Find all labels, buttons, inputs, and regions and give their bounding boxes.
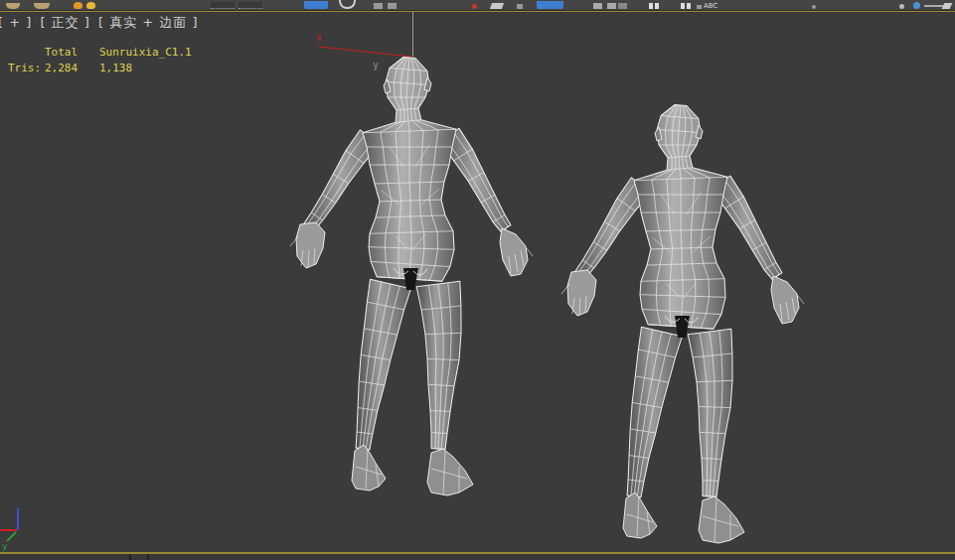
stats-tris-object-value: 1,138 [99,61,192,76]
wireframe-model-right[interactable] [561,105,804,544]
viewport-canvas[interactable]: x y y [0,0,955,560]
world-axis-tripod: y [0,508,18,551]
align-left-icon-2[interactable] [655,3,659,9]
dropdown-arrow-icon[interactable] [697,5,702,9]
toolbar-dot-icon[interactable] [812,5,816,9]
stats-tris-total-value: 2,284 [45,61,99,76]
render-setup-icon[interactable] [899,4,904,9]
main-toolbar: ABC [0,0,955,11]
viewport-maximize-menu[interactable]: [ + ] [0,15,32,30]
mirror-icon[interactable] [593,3,602,9]
statistics-overlay: Total Sunruixia_C1.1 Tris: 2,284 1,138 [8,45,192,76]
edit-named-selection-button[interactable] [537,1,563,9]
track-bar-tick [129,554,131,560]
layer-manager-icon[interactable] [618,3,627,9]
render-frame-icon[interactable] [913,2,920,9]
unlink-icon[interactable] [86,2,95,9]
render-slider[interactable] [924,5,944,7]
abc-text-tool-icon[interactable]: ABC [704,2,717,10]
render-pen-icon[interactable] [942,3,953,9]
window-crossing-icon[interactable] [374,3,383,9]
align-left-icon[interactable] [649,3,653,9]
named-selection-dropdown[interactable] [239,2,262,9]
track-bar-edge[interactable] [0,554,955,560]
percent-snap-icon[interactable] [517,4,523,9]
angle-snap-icon[interactable] [490,3,504,9]
viewport-window: ABC [ + ] [ 正交 ] [ 真实 + 边面 ] Total Sunru… [0,0,955,560]
crossing-icon[interactable] [388,3,397,9]
stats-row-tris-label: Tris: [8,61,45,76]
gizmo-y-axis-label: y [373,60,379,70]
selection-filter-dropdown[interactable] [211,2,235,9]
gizmo-x-axis-label: x [316,32,322,43]
link-icon[interactable] [74,2,82,9]
align-icon[interactable] [607,3,616,9]
align-center-icon-2[interactable] [687,3,691,9]
viewport-label: [ + ] [ 正交 ] [ 真实 + 边面 ] [0,14,202,32]
select-object-button[interactable] [304,1,328,9]
track-bar-tick [147,554,149,560]
snap-toggle-icon[interactable] [472,4,477,9]
select-by-region-icon[interactable] [339,0,356,9]
stats-col-total: Total [45,45,99,61]
align-center-icon[interactable] [681,3,685,9]
wireframe-model-left[interactable] [290,58,533,496]
stats-col-object: Sunruixia_C1.1 [99,45,192,61]
undo-icon[interactable] [6,3,20,9]
world-axis-y-label: y [2,541,8,551]
viewport-view-menu[interactable]: [ 正交 ] [40,14,89,32]
stats-empty-cell [8,45,45,61]
viewport-shading-menu[interactable]: [ 真实 + 边面 ] [98,14,199,32]
redo-icon[interactable] [34,3,50,9]
